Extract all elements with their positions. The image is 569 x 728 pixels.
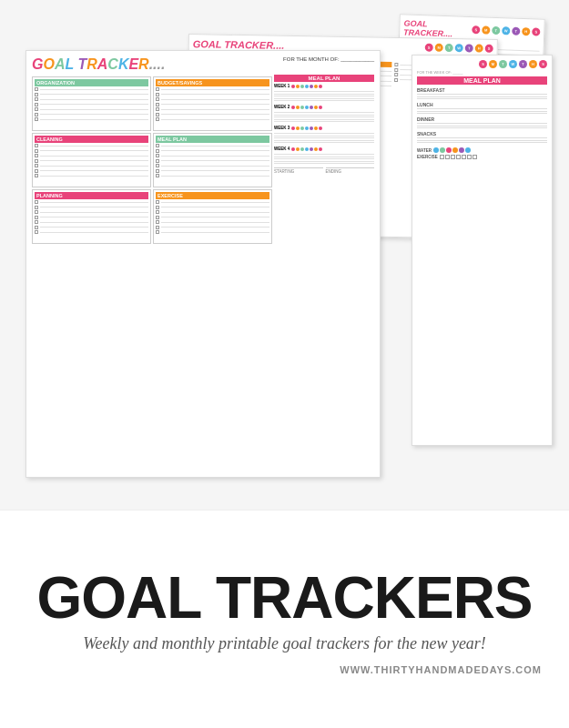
website-url: WWW.THIRTYHANDMADEDAYS.COM (0, 664, 569, 675)
budget-section: BUDGET/SAVINGS (153, 76, 272, 131)
week1-block: WEEK 1 (274, 84, 374, 101)
week2-label: WEEK 2 (274, 105, 290, 109)
dinner-label: DINNER (417, 116, 547, 122)
day-m: M (482, 25, 490, 34)
exercise-section: EXERCISE (153, 189, 272, 244)
org-label: ORGANIZATION (35, 79, 148, 86)
org-section: ORGANIZATION (32, 76, 151, 131)
front-content: ORGANIZATION (32, 75, 374, 244)
meal-plan-right-title: MEAL PLAN (417, 76, 547, 85)
week4-label: WEEK 4 (274, 147, 290, 151)
subtitle-text: Weekly and monthly printable goal tracke… (83, 634, 486, 653)
day-w: W (502, 26, 510, 35)
meal-label: MEAL PLAN (156, 136, 269, 143)
trackers-area: GOAL TRACKER.... S M T W T H S FOR THE W… (0, 0, 569, 510)
bottom-section: GOAL TRACKERS Weekly and monthly printab… (0, 510, 569, 728)
budget-label: BUDGET/SAVINGS (156, 79, 269, 86)
snacks-label: SNACKS (417, 131, 547, 136)
week1-label: WEEK 1 (274, 84, 290, 88)
for-week-right: FOR THE WEEK OF: _____ (417, 70, 547, 75)
week3-label: WEEK 3 (274, 126, 290, 130)
start-end-row: STARTING ENDING (274, 167, 374, 174)
breakfast-label: BREAKFAST (417, 87, 547, 93)
water-label: WATER (417, 148, 432, 153)
back-right-title: GOAL TRACKER.... (403, 18, 472, 39)
starting-label: STARTING (274, 167, 323, 174)
day-s1: S (472, 25, 480, 34)
cleaning-section: CLEANING (32, 133, 151, 187)
week2-block: WEEK 2 (274, 105, 374, 122)
day-t2: T (512, 26, 520, 35)
day-h: H (522, 26, 530, 35)
week3-block: WEEK 3 (274, 126, 374, 143)
days-row-back: S M T W T H S (472, 25, 540, 36)
cleaning-label: CLEANING (35, 136, 148, 143)
exercise-label-sec: EXERCISE (156, 192, 269, 199)
card-right: S M T W T H S FOR THE WEEK OF: _____ MEA… (412, 55, 553, 446)
for-month-label: FOR THE MONTH OF: ___________ (283, 56, 374, 62)
planning-label: PLANNING (35, 192, 148, 199)
meal-plan-monthly: MEAL PLAN WEEK 1 (274, 75, 374, 244)
week4-block: WEEK 4 (274, 147, 374, 164)
page-wrapper: GOAL TRACKER.... S M T W T H S FOR THE W… (0, 0, 569, 728)
mid-title: GOAL TRACKER.... (193, 38, 285, 51)
meal-plan-title: MEAL PLAN (274, 75, 374, 82)
days-right: S M T W T H S (417, 60, 547, 68)
front-header: GOAL TRACKER.... FOR THE MONTH OF: _____… (32, 56, 374, 73)
planning-section: PLANNING (32, 189, 151, 244)
day-s2: S (532, 27, 540, 35)
ending-label: ENDING (326, 167, 375, 174)
main-title: GOAL TRACKERS (36, 569, 532, 627)
sections-grid: ORGANIZATION (32, 75, 272, 244)
front-title: GOAL TRACKER.... (32, 56, 165, 73)
exercise-label: EXERCISE (417, 155, 438, 159)
meal-section: MEAL PLAN (153, 133, 272, 187)
lunch-label: LUNCH (417, 102, 547, 107)
card-front: GOAL TRACKER.... FOR THE MONTH OF: _____… (25, 50, 381, 478)
day-t1: T (492, 25, 500, 34)
